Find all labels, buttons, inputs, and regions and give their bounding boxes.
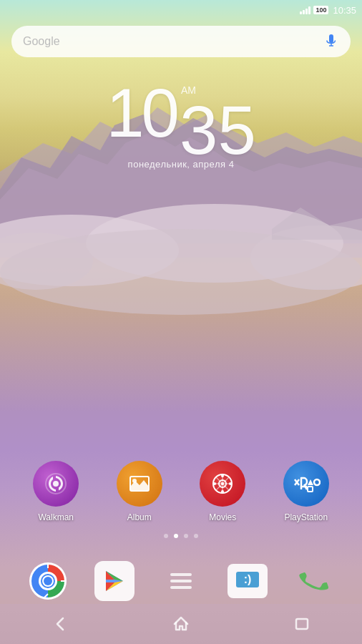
album-icon[interactable] [117,461,162,507]
search-bar[interactable]: Google [11,26,351,57]
dot-2-active[interactable] [174,534,178,538]
google-logo: Google [23,35,323,48]
clock-min-group: AM 35 [180,79,256,165]
app-item-movies[interactable]: Movies [200,461,245,522]
clock-area: 10 AM 35 понедельник, апреля 4 [0,79,362,170]
app-row: Walkman Album [0,461,362,522]
playstation-icon[interactable] [283,461,329,507]
app-item-album[interactable]: Album [117,461,162,522]
recent-button[interactable] [280,610,323,638]
dock-item-phone[interactable] [294,561,334,601]
dock: :) [0,561,362,601]
dock-item-playstore[interactable] [94,561,134,601]
status-icons: 100 10:35 [300,5,356,16]
svg-point-9 [53,481,59,487]
svg-point-18 [229,482,232,485]
dot-1[interactable] [164,534,168,538]
clock-date: понедельник, апреля 4 [128,159,235,170]
dock-item-chrome[interactable] [28,561,68,601]
battery-icon: 100 [313,6,328,14]
svg-point-15 [221,474,224,477]
chat-wrapper: :) [228,564,268,598]
album-label: Album [127,512,152,522]
dock-item-messenger[interactable]: :) [228,561,268,601]
clock-status: 10:35 [333,5,356,16]
menu-line-3 [170,586,192,589]
svg-text::): :) [244,573,252,585]
home-button[interactable] [160,610,202,638]
app-item-walkman[interactable]: Walkman [33,461,79,522]
app-item-playstation[interactable]: PlayStation [283,461,329,522]
status-bar: 100 10:35 [0,0,362,20]
menu-line-1 [170,573,192,576]
page-dots [0,534,362,538]
movies-label: Movies [209,512,236,522]
menu-lines [170,573,192,589]
svg-point-4 [0,229,362,315]
dot-4[interactable] [194,534,198,538]
movies-icon[interactable] [200,461,245,507]
back-button[interactable] [39,610,82,638]
svg-point-20 [314,479,320,485]
clock-min: 35 [180,96,256,165]
menu-line-2 [170,580,192,582]
walkman-label: Walkman [38,512,74,522]
dock-item-menu[interactable] [161,561,201,601]
dot-3[interactable] [184,534,188,538]
playstation-label: PlayStation [284,512,328,522]
playstore-wrapper [94,561,134,601]
clock-display: 10 AM 35 [106,79,256,165]
svg-point-11 [132,479,137,483]
svg-point-16 [221,490,224,493]
svg-rect-5 [329,34,333,43]
svg-point-30 [44,577,52,585]
svg-point-14 [221,482,224,485]
mic-icon[interactable] [323,34,339,49]
svg-rect-33 [296,619,308,629]
signal-icon [300,6,310,14]
clock-hour: 10 [106,79,177,147]
svg-rect-23 [308,487,313,492]
walkman-icon[interactable] [33,461,79,507]
svg-point-17 [213,482,216,485]
nav-bar [0,604,362,644]
